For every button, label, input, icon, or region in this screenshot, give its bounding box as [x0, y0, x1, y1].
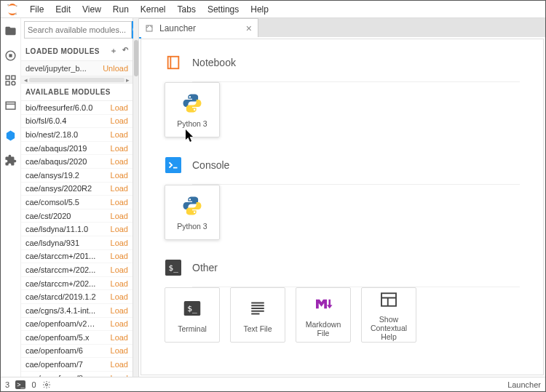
terminal-status-icon[interactable]: >_: [15, 380, 25, 389]
card-label: Python 3: [177, 222, 207, 231]
svg-rect-4: [9, 54, 12, 57]
svg-point-1: [16, 5, 17, 6]
launcher-body: NotebookPython 3ConsolePython 3$_Other$_…: [141, 39, 544, 375]
module-name: cae/starccm+/201...: [25, 252, 95, 260]
menu-tabs[interactable]: Tabs: [172, 1, 202, 17]
module-row: cae/lsdyna/11.1.0Load: [21, 223, 132, 236]
load-link[interactable]: Load: [111, 319, 128, 328]
search-input[interactable]: [24, 21, 132, 39]
svg-text:$_: $_: [187, 304, 197, 313]
svg-point-19: [45, 383, 47, 385]
load-link[interactable]: Load: [111, 333, 128, 342]
menubar: File Edit View Run Kernel Tabs Settings …: [1, 1, 545, 18]
launcher-card[interactable]: Markdown File: [296, 287, 351, 343]
menu-run[interactable]: Run: [107, 1, 135, 17]
running-icon[interactable]: [4, 49, 17, 62]
activity-bar: [1, 18, 21, 377]
load-link[interactable]: Load: [111, 103, 128, 112]
module-name: cae/starcd/2019.1.2: [25, 292, 96, 301]
module-name: cae/openfoam/6: [25, 346, 83, 355]
load-link[interactable]: Load: [111, 346, 128, 355]
svg-point-2: [15, 13, 17, 15]
load-link[interactable]: Load: [111, 239, 128, 247]
launcher-card[interactable]: Python 3: [165, 185, 220, 240]
sidebar: LOADED MODULES ＋ ↶ devel/jupyter_b...Unl…: [21, 18, 133, 377]
svg-rect-7: [6, 81, 9, 84]
svg-rect-12: [168, 57, 179, 69]
load-link[interactable]: Load: [111, 144, 128, 153]
menu-kernel[interactable]: Kernel: [135, 1, 172, 17]
module-name: bio/freesurfer/6.0.0: [25, 103, 92, 112]
module-name: cae/comsol/5.5: [25, 198, 79, 207]
loaded-modules-header: LOADED MODULES ＋ ↶: [21, 41, 132, 61]
available-modules-header: AVAILABLE MODULES: [21, 84, 132, 101]
load-link[interactable]: Load: [111, 265, 128, 274]
undo-icon[interactable]: ↶: [122, 46, 129, 56]
sidebar-scrollbar[interactable]: [133, 18, 139, 377]
load-link[interactable]: Load: [111, 292, 128, 301]
svg-rect-5: [6, 76, 9, 79]
launcher-section-notebook: NotebookPython 3: [165, 54, 520, 137]
hexagon-icon[interactable]: [4, 129, 17, 142]
module-row: cae/openfoam/5.xLoad: [21, 331, 132, 345]
section-title: LOADED MODULES: [25, 47, 100, 55]
module-name: bio/nest/2.18.0: [25, 130, 78, 139]
launcher-card[interactable]: Text File: [230, 287, 285, 343]
commands-icon[interactable]: [4, 73, 17, 87]
launcher-card[interactable]: $_Terminal: [165, 287, 220, 343]
status-bar: 3 >_ 0 Launcher: [1, 377, 545, 391]
load-link[interactable]: Load: [111, 198, 128, 207]
menu-file[interactable]: File: [24, 1, 50, 17]
module-name: cae/lsdyna/931: [25, 239, 79, 247]
module-name: cae/lsdyna/11.1.0: [25, 225, 88, 233]
load-link[interactable]: Load: [111, 212, 128, 220]
module-name: cae/openfoam/7: [25, 360, 83, 369]
folder-icon[interactable]: [4, 24, 17, 37]
load-link[interactable]: Load: [111, 184, 128, 193]
module-row: cae/ansys/19.2Load: [21, 169, 132, 183]
available-modules-list: bio/freesurfer/6.0.0Loadbio/fsl/6.0.4Loa…: [21, 101, 132, 377]
terminal-icon: $_: [181, 297, 204, 320]
load-link[interactable]: Load: [111, 130, 128, 139]
add-icon[interactable]: ＋: [110, 46, 118, 56]
load-link[interactable]: Load: [111, 360, 128, 369]
menu-edit[interactable]: Edit: [50, 1, 76, 17]
menu-view[interactable]: View: [76, 1, 107, 17]
card-label: Markdown File: [299, 320, 347, 337]
load-link[interactable]: Load: [111, 116, 128, 125]
module-name: bio/fsl/6.0.4: [25, 116, 66, 125]
load-link[interactable]: Load: [111, 225, 128, 233]
tab-bar: Launcher ×: [139, 18, 545, 37]
module-row: cae/openfoam/8Load: [21, 372, 132, 377]
menu-settings[interactable]: Settings: [202, 1, 245, 17]
help-icon: [377, 289, 400, 311]
section-title: Notebook: [192, 57, 236, 68]
svg-rect-13: [165, 157, 181, 173]
launcher-card[interactable]: Show Contextual Help: [361, 287, 416, 343]
module-row: cae/cgns/3.4.1-int...Load: [21, 304, 132, 318]
notebook-section-icon: [165, 54, 182, 71]
unload-link[interactable]: Unload: [103, 64, 128, 73]
settings-status-icon[interactable]: [42, 380, 51, 389]
module-row: cae/openfoam/v20...Load: [21, 318, 132, 332]
menu-help[interactable]: Help: [245, 1, 274, 17]
horiz-scrollbar[interactable]: ◂▸: [21, 76, 132, 84]
load-link[interactable]: Load: [111, 252, 128, 260]
card-label: Terminal: [178, 324, 207, 333]
module-name: cae/openfoam/v20...: [25, 319, 97, 328]
module-row: cae/comsol/5.5Load: [21, 196, 132, 209]
load-link[interactable]: Load: [111, 306, 128, 315]
module-row: cae/starccm+/201...Load: [21, 250, 132, 264]
main-area: Launcher × NotebookPython 3ConsolePython…: [139, 18, 545, 377]
launcher-section-other: $_Other$_TerminalText FileMarkdown FileS…: [165, 259, 520, 343]
load-link[interactable]: Load: [111, 279, 128, 288]
tabs-icon[interactable]: [4, 98, 17, 111]
launcher-card[interactable]: Python 3: [165, 82, 220, 137]
extension-icon[interactable]: [4, 153, 17, 167]
card-label: Text File: [243, 324, 272, 333]
tab-launcher[interactable]: Launcher ×: [139, 18, 258, 37]
module-name: devel/jupyter_b...: [25, 64, 87, 73]
load-link[interactable]: Load: [111, 157, 128, 166]
load-link[interactable]: Load: [111, 171, 128, 180]
close-icon[interactable]: ×: [246, 23, 252, 34]
